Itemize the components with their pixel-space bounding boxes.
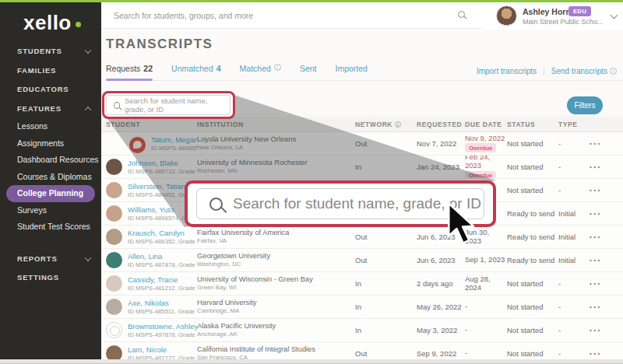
- student-cell: Williams, YutoID MSPS-4896574, Grade 12: [106, 202, 197, 225]
- sidebar-item-college-planning[interactable]: College Planning: [6, 185, 95, 202]
- global-search-input[interactable]: Search for students, groups, and more: [101, 2, 481, 29]
- row-actions-button[interactable]: [590, 296, 618, 318]
- student-text: Tatum, MeganID MSPS-484855, Grade 12: [151, 135, 197, 152]
- tab-requests[interactable]: Requests22: [106, 64, 153, 80]
- sidebar-item-families[interactable]: FAMILIES: [0, 61, 101, 81]
- info-icon: [395, 121, 401, 128]
- column-header-status: STATUS: [507, 121, 558, 128]
- app-window: xello STUDENTSFAMILIESEDUCATORSFEATURESL…: [0, 0, 623, 364]
- ellipsis-icon: [590, 187, 602, 194]
- column-header-institution: INSTITUTION: [197, 121, 355, 128]
- institution-location: Fairfax, VA: [197, 237, 355, 244]
- student-search-input[interactable]: Search for student name, grade, or ID: [106, 95, 231, 115]
- row-actions-button[interactable]: [590, 319, 618, 341]
- magnified-search-input[interactable]: Search for student name, grade, or ID: [196, 188, 484, 219]
- type-cell: -: [558, 272, 590, 295]
- sidebar-item-students[interactable]: STUDENTS: [0, 42, 101, 61]
- student-search-placeholder: Search for student name, grade, or ID: [125, 96, 230, 114]
- student-cell: Brownstowne, AshleyID MSPS-497878, Grade…: [106, 319, 197, 341]
- institution-location: New Orleans, LA: [197, 144, 355, 151]
- table-row: Johnson, BlakeID MSPS-485712, Grade 12Un…: [101, 156, 623, 179]
- type-cell: Initial: [558, 226, 590, 248]
- due-date-cell: Nov 9, 2022Overdue: [465, 132, 507, 155]
- tab-count-badge: 22: [143, 64, 153, 73]
- student-name-link[interactable]: Allen, Lina: [128, 252, 197, 261]
- xello-logo: xello: [23, 11, 101, 36]
- institution-name: Loyola University New Orleans: [197, 135, 355, 144]
- window-bottom-edge: [0, 359, 623, 364]
- sidebar-item-label: College Planning: [17, 188, 83, 198]
- student-name-link[interactable]: Lam, Nicole: [128, 345, 197, 354]
- column-header-student: STUDENT: [106, 121, 197, 128]
- ellipsis-icon: [590, 210, 602, 217]
- ellipsis-icon: [590, 257, 602, 264]
- student-cell: Allen, LinaID MSPS-487878, Grade 12: [106, 249, 197, 271]
- type-cell: Initial: [558, 202, 590, 225]
- sidebar-item-educators[interactable]: EDUCATORS: [0, 80, 101, 100]
- row-actions-button[interactable]: [590, 179, 618, 201]
- avatar: [106, 322, 122, 338]
- institution-cell: Georgetown UniversityWashington, DC: [197, 249, 355, 271]
- tab-sent[interactable]: Sent: [300, 64, 317, 80]
- sidebar-item-reports[interactable]: REPORTS: [0, 250, 101, 269]
- row-actions-button[interactable]: [590, 272, 618, 295]
- due-date-cell: Aug 28, 2024: [465, 272, 507, 295]
- column-header-label: DUE DATE: [465, 121, 502, 128]
- column-header-label: STATUS: [507, 121, 535, 128]
- sidebar-item-settings[interactable]: SETTINGS: [0, 268, 101, 288]
- sidebar-item-student-test-scores[interactable]: Student Test Scores: [0, 219, 101, 236]
- student-name-link[interactable]: Johnson, Blake: [128, 159, 197, 167]
- chevron-up-icon: [85, 107, 91, 113]
- status-cell: Not started: [507, 132, 558, 155]
- sidebar-item-dashboard-resources[interactable]: Dashboard Resources: [0, 152, 101, 169]
- column-header-label: NETWORK: [355, 121, 392, 128]
- type-cell: -: [558, 156, 590, 178]
- sidebar-item-lessons[interactable]: Lessons: [0, 118, 101, 135]
- ellipsis-icon: [590, 350, 602, 357]
- student-name-link[interactable]: Tatum, Megan: [151, 135, 197, 144]
- row-actions-button[interactable]: [590, 132, 618, 155]
- global-search-placeholder: Search for students, groups, and more: [114, 11, 253, 20]
- magnified-search-placeholder: Search for student name, grade, or ID: [233, 195, 481, 212]
- network-cell: In: [355, 319, 417, 341]
- row-actions-button[interactable]: [590, 156, 618, 178]
- sidebar-item-label: SETTINGS: [17, 273, 59, 282]
- requested-cell: 2 days ago: [417, 272, 465, 295]
- student-name-link[interactable]: Cassidy, Tracie: [128, 275, 197, 284]
- institution-name: University of Minnesota Rochester: [197, 159, 355, 167]
- column-header-due-date: DUE DATE: [465, 121, 507, 128]
- student-cell: Krausch, CarolynID MSPS-486352, Grade 12: [106, 226, 197, 248]
- status-cell: Ready to send: [507, 249, 558, 271]
- row-actions-button[interactable]: [590, 226, 618, 248]
- row-actions-button[interactable]: [590, 202, 618, 225]
- sidebar-item-assignments[interactable]: Assignments: [0, 135, 101, 152]
- avatar: [106, 182, 122, 198]
- sidebar-item-courses-diplomas[interactable]: Courses & Diplomas: [0, 169, 101, 186]
- student-text: Allen, LinaID MSPS-487878, Grade 12: [128, 252, 197, 268]
- row-actions-button[interactable]: [590, 249, 618, 271]
- user-menu[interactable]: Ashley Horn EDU Main Street Public Scho.…: [491, 2, 623, 30]
- tab-imported[interactable]: Imported: [335, 64, 367, 80]
- institution-name: Georgetown University: [197, 252, 355, 261]
- tab-label: Requests: [106, 64, 140, 73]
- student-name-link[interactable]: Krausch, Carolyn: [128, 229, 197, 237]
- import-transcripts-link[interactable]: Import transcripts: [477, 67, 537, 75]
- due-date-cell: Sep 1, 2023: [465, 249, 507, 271]
- student-id: ID MSPS-485511, Grade 12: [128, 308, 197, 315]
- tab-matched[interactable]: Matched: [240, 64, 281, 80]
- sidebar-item-surveys[interactable]: Surveys: [0, 202, 101, 219]
- sidebar-item-features[interactable]: FEATURES: [0, 100, 101, 119]
- requested-cell: Nov 7, 2022: [417, 132, 465, 155]
- due-date: Feb 24, 2023: [465, 156, 507, 170]
- tab-unmatched[interactable]: Unmatched4: [171, 64, 221, 80]
- student-name-link[interactable]: Brownstowne, Ashley: [128, 322, 197, 331]
- student-cell: Cassidy, TracieID MSPS-481212, Grade 12: [106, 272, 197, 295]
- student-name-link[interactable]: Axe, Nikolas: [128, 299, 197, 307]
- avatar: [106, 252, 122, 268]
- page-title: TRANSCRIPTS: [106, 37, 213, 52]
- send-transcripts-link[interactable]: Send transcripts: [551, 67, 617, 75]
- chevron-down-icon: [85, 47, 91, 54]
- filters-button[interactable]: Filters: [567, 96, 603, 114]
- search-icon: [114, 102, 120, 109]
- sidebar-item-label: Courses & Diplomas: [17, 172, 92, 181]
